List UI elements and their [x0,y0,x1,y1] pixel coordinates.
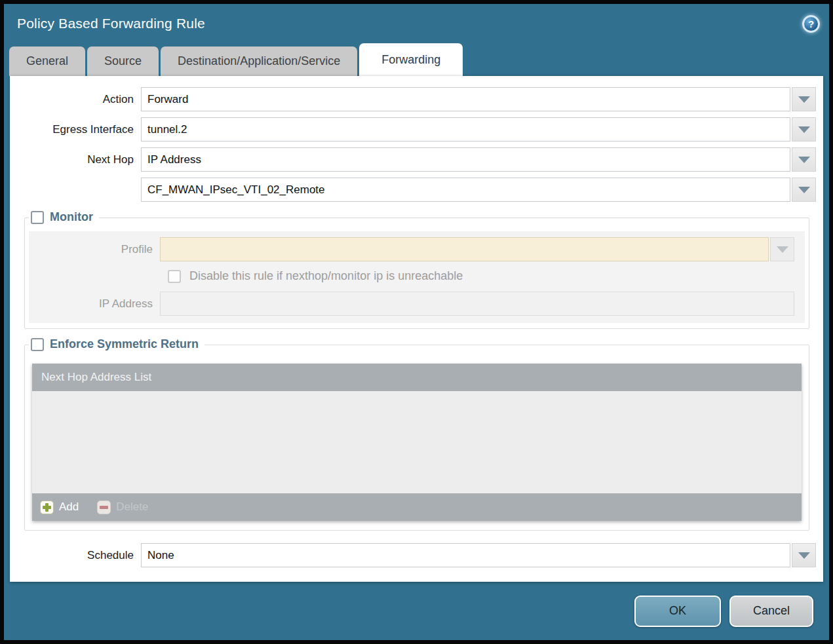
ok-button[interactable]: OK [634,596,721,627]
monitor-ip-address-row: IP Address [29,292,794,316]
action-label: Action [10,93,141,106]
tab-destination-application-service[interactable]: Destination/Application/Service [161,47,357,76]
monitor-legend-label: Monitor [50,210,93,224]
next-hop-label: Next Hop [10,153,141,166]
enforce-symmetric-return-legend: Enforce Symmetric Return [29,337,204,351]
action-dropdown-button[interactable] [792,87,816,111]
chevron-down-icon [798,96,810,103]
monitor-profile-label: Profile [29,243,160,256]
monitor-ip-address-input [160,292,794,316]
delete-button: Delete [97,501,148,514]
next-hop-address-row [10,178,816,202]
policy-forwarding-dialog: Policy Based Forwarding Rule ? General S… [0,0,833,644]
tab-general[interactable]: General [9,47,85,76]
monitor-profile-input [160,237,769,261]
delete-button-label: Delete [116,501,148,514]
monitor-profile-row: Profile [29,237,794,261]
cancel-button[interactable]: Cancel [729,596,813,627]
tab-source[interactable]: Source [87,47,159,76]
monitor-legend: Monitor [29,210,99,224]
plus-icon [40,501,54,514]
next-hop-type-dropdown-button[interactable] [792,147,816,172]
next-hop-address-list-toolbar: Add Delete [32,493,802,521]
egress-interface-row: Egress Interface [10,117,816,142]
egress-interface-dropdown-button[interactable] [792,117,816,142]
help-icon[interactable]: ? [802,15,820,33]
chevron-down-icon [798,126,810,133]
action-row: Action [10,87,816,111]
schedule-label: Schedule [10,549,141,562]
egress-interface-input[interactable] [141,117,790,142]
next-hop-address-dropdown-button[interactable] [792,178,816,202]
schedule-dropdown-button[interactable] [792,543,816,567]
dialog-title: Policy Based Forwarding Rule [17,16,205,31]
tab-content-forwarding: Action Egress Interface Next Hop [10,76,823,582]
add-button[interactable]: Add [40,501,79,514]
add-button-label: Add [59,501,79,514]
next-hop-address-list-table: Next Hop Address List Add Delete [32,364,802,521]
tab-bar: General Source Destination/Application/S… [4,43,829,76]
schedule-input[interactable] [141,543,790,567]
monitor-disable-rule-row: Disable this rule if nexthop/monitor ip … [168,269,794,283]
enforce-symmetric-return-checkbox[interactable] [31,338,44,351]
disable-rule-label: Disable this rule if nexthop/monitor ip … [189,269,463,283]
egress-interface-label: Egress Interface [10,123,141,136]
chevron-down-icon [777,246,788,253]
monitor-profile-dropdown-button [770,237,794,261]
next-hop-address-list-header: Next Hop Address List [32,364,802,391]
monitor-fieldset: Monitor Profile Disable this rule if nex… [24,218,809,329]
chevron-down-icon [798,187,810,193]
monitor-panel: Profile Disable this rule if nexthop/mon… [29,231,805,323]
minus-icon [97,501,111,514]
schedule-row: Schedule [10,543,816,567]
next-hop-address-input[interactable] [141,178,790,202]
tab-forwarding[interactable]: Forwarding [359,43,463,76]
enforce-symmetric-return-fieldset: Enforce Symmetric Return Next Hop Addres… [24,345,809,531]
dialog-footer: OK Cancel [4,582,829,640]
disable-rule-checkbox [168,270,181,283]
monitor-checkbox[interactable] [31,211,44,224]
action-input[interactable] [141,87,790,111]
chevron-down-icon [798,157,810,163]
next-hop-type-input[interactable] [141,147,790,172]
monitor-ip-address-label: IP Address [29,297,160,311]
enforce-symmetric-return-legend-label: Enforce Symmetric Return [50,337,199,351]
next-hop-address-list-body[interactable] [32,391,802,493]
next-hop-row: Next Hop [10,147,816,172]
chevron-down-icon [798,552,810,559]
dialog-titlebar: Policy Based Forwarding Rule ? [4,4,829,43]
